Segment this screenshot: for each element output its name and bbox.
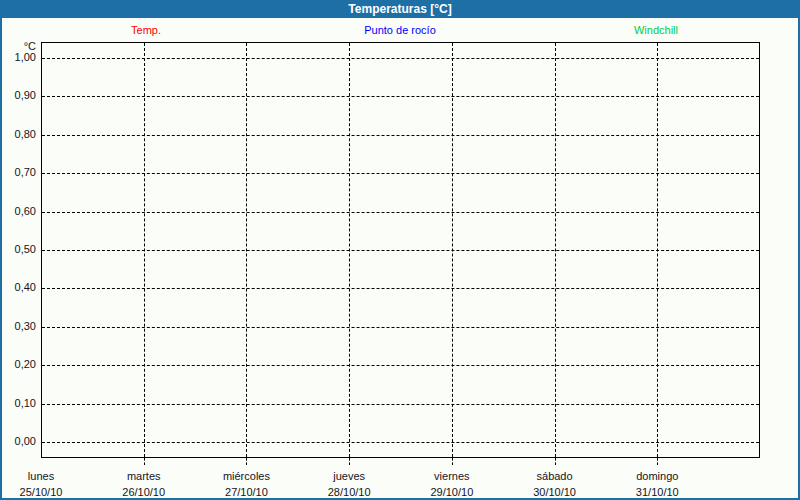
horizontal-gridline [42, 404, 759, 405]
day-name: lunes [20, 468, 63, 484]
horizontal-gridline [42, 96, 759, 97]
x-axis-day-label: lunes25/10/10 [20, 468, 63, 500]
day-date: 25/10/10 [20, 484, 63, 500]
x-axis-tick [555, 458, 556, 465]
day-date: 31/10/10 [636, 484, 679, 500]
vertical-gridline [144, 43, 145, 457]
horizontal-gridline [42, 58, 759, 59]
y-axis-tick-label: 0,00 [0, 435, 36, 448]
horizontal-gridline [42, 173, 759, 174]
legend-item-temp: Temp. [131, 24, 161, 36]
vertical-gridline [657, 43, 658, 457]
day-date: 26/10/10 [122, 484, 165, 500]
x-axis-day-label: jueves28/10/10 [328, 468, 371, 500]
day-name: domingo [636, 468, 679, 484]
day-name: martes [122, 468, 165, 484]
y-axis-tick-label: 0,70 [0, 166, 36, 179]
x-axis-day-label: viernes29/10/10 [430, 468, 473, 500]
plot-area [41, 42, 760, 458]
vertical-gridline [555, 43, 556, 457]
y-axis-tick-label: 0,20 [0, 358, 36, 371]
legend-item-dew-point: Punto de rocío [364, 24, 436, 36]
x-axis-tick [349, 458, 350, 465]
horizontal-gridline [42, 327, 759, 328]
chart-window: Temperaturas [°C] °C 1,000,900,800,700,6… [0, 0, 800, 500]
vertical-gridline [349, 43, 350, 457]
legend-item-windchill: Windchill [634, 24, 678, 36]
x-axis-day-label: domingo31/10/10 [636, 468, 679, 500]
x-axis-tick [144, 458, 145, 465]
day-name: viernes [430, 468, 473, 484]
x-axis-tick [452, 458, 453, 465]
day-date: 30/10/10 [533, 484, 576, 500]
x-axis-tick [657, 458, 658, 465]
x-axis-day-label: miércoles27/10/10 [223, 468, 270, 500]
y-axis-tick-label: 1,00 [0, 51, 36, 64]
y-axis-tick-label: 0,30 [0, 320, 36, 333]
vertical-gridline [452, 43, 453, 457]
day-date: 29/10/10 [430, 484, 473, 500]
day-name: sábado [533, 468, 576, 484]
x-axis-day-label: martes26/10/10 [122, 468, 165, 500]
vertical-gridline [246, 43, 247, 457]
y-axis-tick-label: 0,50 [0, 243, 36, 256]
horizontal-gridline [42, 250, 759, 251]
horizontal-gridline [42, 212, 759, 213]
chart-title: Temperaturas [°C] [348, 2, 451, 16]
horizontal-gridline [42, 135, 759, 136]
y-axis-tick-label: 0,40 [0, 281, 36, 294]
x-axis-day-label: sábado30/10/10 [533, 468, 576, 500]
horizontal-gridline [42, 365, 759, 366]
day-date: 28/10/10 [328, 484, 371, 500]
day-name: jueves [328, 468, 371, 484]
y-axis-tick-label: 0,10 [0, 397, 36, 410]
y-axis-tick-label: 0,80 [0, 128, 36, 141]
day-date: 27/10/10 [223, 484, 270, 500]
horizontal-gridline [42, 288, 759, 289]
title-bar: Temperaturas [°C] [0, 0, 800, 18]
x-axis-tick [246, 458, 247, 465]
horizontal-gridline [42, 442, 759, 443]
y-axis-tick-label: 0,90 [0, 89, 36, 102]
day-name: miércoles [223, 468, 270, 484]
y-axis-tick-label: 0,60 [0, 205, 36, 218]
